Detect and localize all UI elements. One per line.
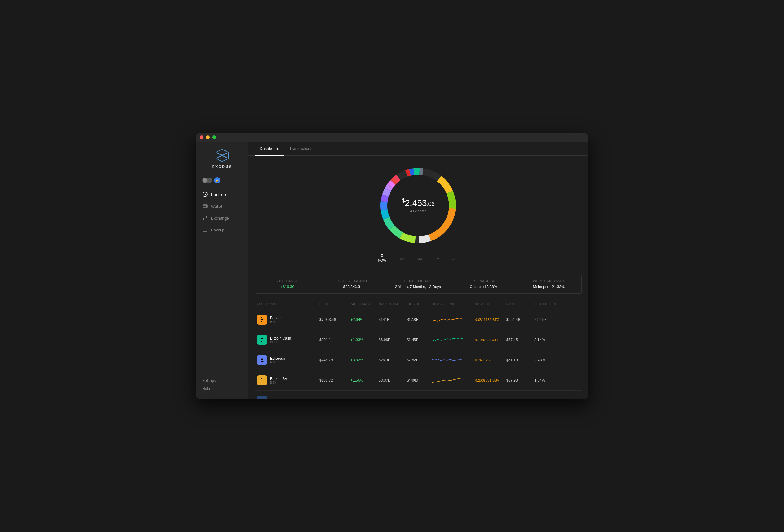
eth-trend (429, 354, 473, 366)
asset-info-bch: ₿ Bitcoin Cash BCH (255, 335, 317, 345)
bsv-names: Bitcoin SV BSV (270, 377, 287, 384)
btc-value: $651.49 (504, 317, 532, 322)
table-row[interactable]: Ξ Ethereum ETH $246.79 +3.82% $26.3B $7.… (255, 350, 582, 371)
other-logo: ◆ (257, 395, 267, 399)
bch-change: +1.03% (348, 337, 376, 342)
time-btn-6m[interactable]: 6M (415, 256, 424, 262)
exodus-logo-icon (215, 148, 230, 163)
sidebar-item-backup[interactable]: Backup (196, 224, 248, 236)
toggle-track[interactable] (202, 178, 212, 183)
tab-bar: Dashboard Transactions (248, 142, 588, 156)
th-30-day-trend: 30 DAY TREND (429, 302, 473, 305)
other-vol: — (404, 398, 429, 399)
bch-value: $77.45 (504, 337, 532, 342)
eth-name: Ethereum (270, 356, 286, 361)
toggle-knob (202, 178, 207, 182)
donut-center: $2,463.06 41 Assets (402, 198, 435, 213)
time-btn-all[interactable]: ALL (451, 256, 460, 262)
tab-transactions[interactable]: Transactions (284, 142, 317, 156)
stat-value-2: 2 Years, 7 Months, 13 Days (392, 285, 444, 289)
other-names: — — (270, 397, 274, 399)
eth-mcap: $26.3B (376, 358, 404, 362)
stat-highest-balance: Highest Balance $88,343.31 (320, 275, 386, 293)
bsv-change: +1.66% (348, 378, 376, 383)
eth-balance: 0.247926 ETH (473, 358, 504, 362)
bch-names: Bitcoin Cash BCH (270, 336, 291, 344)
tab-dashboard[interactable]: Dashboard (255, 142, 284, 156)
table-row[interactable]: ₿ Bitcoin BTC $7,953.48 +2.64% $141B $17… (255, 309, 582, 330)
time-btn-1y[interactable]: 1Y (433, 256, 441, 262)
th-price[interactable]: PRICE (317, 302, 348, 305)
time-dot (381, 254, 383, 257)
th-balance: BALANCE (473, 302, 504, 305)
lock-toggle[interactable]: 🔒 (202, 177, 242, 183)
backup-label: Backup (211, 228, 224, 232)
settings-item[interactable]: Settings (202, 377, 242, 385)
donut-chart: $2,463.06 41 Assets (374, 162, 462, 249)
bsv-ticker: BSV (270, 381, 287, 384)
eth-price: $246.79 (317, 358, 348, 362)
sidebar-item-exchange[interactable]: Exchange (196, 212, 248, 224)
btc-names: Bitcoin BTC (270, 316, 281, 324)
stat-label-0: 24H Change (261, 279, 314, 283)
help-item[interactable]: Help (202, 385, 242, 393)
sidebar-item-wallet[interactable]: Wallet (196, 200, 248, 212)
table-row[interactable]: ₿ Bitcoin Cash BCH $391.11 +1.03% $6.96B… (255, 330, 582, 350)
time-now[interactable]: NOW (376, 254, 388, 264)
stat-portfolio-age: Portfolio Age 2 Years, 7 Months, 13 Days (386, 275, 451, 293)
bsv-pct: 1.54% (532, 378, 560, 383)
main-content: Dashboard Transactions (248, 142, 588, 399)
sidebar: EXODUS 🔒 Portfolio (196, 142, 248, 399)
bch-vol: $1.45B (404, 337, 429, 342)
th-market-cap: MARKET CAP (376, 302, 404, 305)
other-balance: — (473, 398, 504, 399)
other-mcap: — (376, 398, 404, 399)
bch-ticker: BCH (270, 341, 291, 344)
chart-section: $2,463.06 41 Assets NOW 1M 6M 1Y (255, 162, 582, 268)
asset-info-eth: Ξ Ethereum ETH (255, 355, 317, 365)
other-name: — (270, 397, 274, 399)
th-portfolio-pct: PORTFOLIO % (532, 302, 560, 305)
btc-trend (429, 313, 473, 326)
stat-24h-change: 24H Change +$19.30 (255, 275, 320, 293)
backup-icon (202, 227, 208, 233)
time-btn-now[interactable]: NOW (376, 257, 388, 264)
lock-badge[interactable]: 🔒 (214, 177, 220, 183)
minimize-button[interactable] (206, 136, 210, 139)
asset-info-other: ◆ — — (255, 395, 317, 399)
th-24h-vol: 24H VOL (404, 302, 429, 305)
btc-mcap: $141B (376, 317, 404, 322)
bch-trend (429, 333, 473, 346)
bsv-name: Bitcoin SV (270, 377, 287, 381)
stat-value-4: Melonport -21.33% (522, 285, 575, 289)
table-row[interactable]: ₿ Bitcoin SV BSV $188.72 +1.66% $3.37B $… (255, 371, 582, 391)
bsv-price: $188.72 (317, 378, 348, 383)
eth-ticker: ETH (270, 361, 286, 364)
maximize-button[interactable] (212, 136, 216, 139)
app-body: EXODUS 🔒 Portfolio (196, 142, 588, 399)
table-row[interactable]: ◆ — — — — — — (255, 391, 582, 399)
exchange-label: Exchange (211, 216, 229, 220)
time-btn-1m[interactable]: 1M (398, 256, 406, 262)
logo-text: EXODUS (212, 165, 232, 169)
exchange-icon (202, 215, 208, 221)
app-window: EXODUS 🔒 Portfolio (196, 133, 588, 399)
bsv-value: $37.93 (504, 378, 532, 383)
bch-name: Bitcoin Cash (270, 336, 291, 341)
portfolio-label: Portfolio (211, 192, 226, 197)
btc-logo: ₿ (257, 315, 267, 325)
btc-change: +2.64% (348, 317, 376, 322)
other-pct: — (532, 398, 560, 399)
bsv-balance: 0.2009831 BSV (473, 379, 504, 382)
title-bar (196, 133, 588, 142)
bsv-vol: $449M (404, 378, 429, 383)
close-button[interactable] (200, 136, 203, 139)
bch-logo: ₿ (257, 335, 267, 345)
other-price: — (317, 398, 348, 399)
eth-pct: 2.48% (532, 358, 560, 362)
nav-items: Portfolio Wallet Exchange (196, 188, 248, 377)
content-area[interactable]: $2,463.06 41 Assets NOW 1M 6M 1Y (248, 156, 588, 399)
sidebar-item-portfolio[interactable]: Portfolio (196, 188, 248, 200)
th-asset-name: ASSET NAME (255, 302, 317, 305)
time-controls: NOW 1M 6M 1Y ALL (376, 254, 460, 264)
